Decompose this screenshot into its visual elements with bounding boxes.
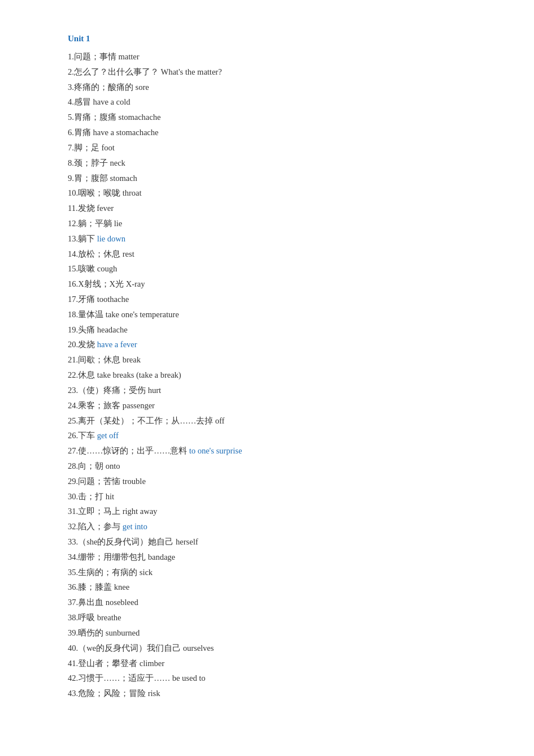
list-item: 22.休息 take breaks (take a break) [68,368,489,383]
list-item: 26.下车 get off [68,428,489,443]
list-item: 11.发烧 fever [68,201,489,216]
list-item: 20.发烧 have a fever [68,337,489,352]
list-item: 35.生病的；有病的 sick [68,565,489,580]
list-item: 29.问题；苦恼 trouble [68,474,489,489]
list-item: 9.胃；腹部 stomach [68,171,489,186]
list-item: 7.脚；足 foot [68,140,489,155]
list-item: 18.量体温 take one's temperature [68,307,489,322]
list-item: 3.疼痛的；酸痛的 sore [68,80,489,95]
list-item: 12.躺；平躺 lie [68,216,489,231]
list-item: 13.躺下 lie down [68,231,489,247]
list-item: 41.登山者；攀登者 climber [68,656,489,671]
list-item: 39.晒伤的 sunburned [68,625,489,641]
list-item: 27.使……惊讶的；出乎……意料 to one's surprise [68,443,489,459]
list-item: 31.立即；马上 right away [68,504,489,519]
list-item: 19.头痛 headache [68,322,489,338]
list-item: 21.间歇；休息 break [68,352,489,368]
list-item: 4.感冒 have a cold [68,94,489,110]
list-item: 16.X射线；X光 X-ray [68,277,489,292]
list-item: 34.绷带；用绷带包扎 bandage [68,550,489,565]
list-item: 23.（使）疼痛；受伤 hurt [68,383,489,398]
list-item: 38.呼吸 breathe [68,610,489,625]
list-item: 8.颈；脖子 neck [68,155,489,171]
list-item: 30.击；打 hit [68,489,489,504]
list-item: 24.乘客；旅客 passenger [68,398,489,413]
list-item: 40.（we的反身代词）我们自己 ourselves [68,641,489,656]
list-item: 25.离开（某处）；不工作；从……去掉 off [68,413,489,429]
list-item: 6.胃痛 have a stomachache [68,125,489,140]
list-item: 5.胃痛；腹痛 stomachache [68,110,489,125]
list-item: 32.陷入；参与 get into [68,519,489,534]
list-item: 15.咳嗽 cough [68,261,489,277]
list-item: 1.问题；事情 matter [68,49,489,64]
list-item: 36.膝；膝盖 knee [68,580,489,595]
list-item: 33.（she的反身代词）她自己 herself [68,534,489,550]
vocabulary-list: 1.问题；事情 matter2.怎么了？出什么事了？ What's the ma… [68,49,489,701]
list-item: 17.牙痛 toothache [68,292,489,307]
list-item: 2.怎么了？出什么事了？ What's the matter? [68,64,489,80]
list-item: 42.习惯于……；适应于…… be used to [68,671,489,686]
list-item: 14.放松；休息 rest [68,247,489,262]
list-item: 10.咽喉；喉咙 throat [68,185,489,201]
list-item: 37.鼻出血 nosebleed [68,595,489,610]
unit-title: Unit 1 [68,34,489,44]
list-item: 28.向；朝 onto [68,459,489,474]
list-item: 43.危险；风险；冒险 risk [68,686,489,701]
